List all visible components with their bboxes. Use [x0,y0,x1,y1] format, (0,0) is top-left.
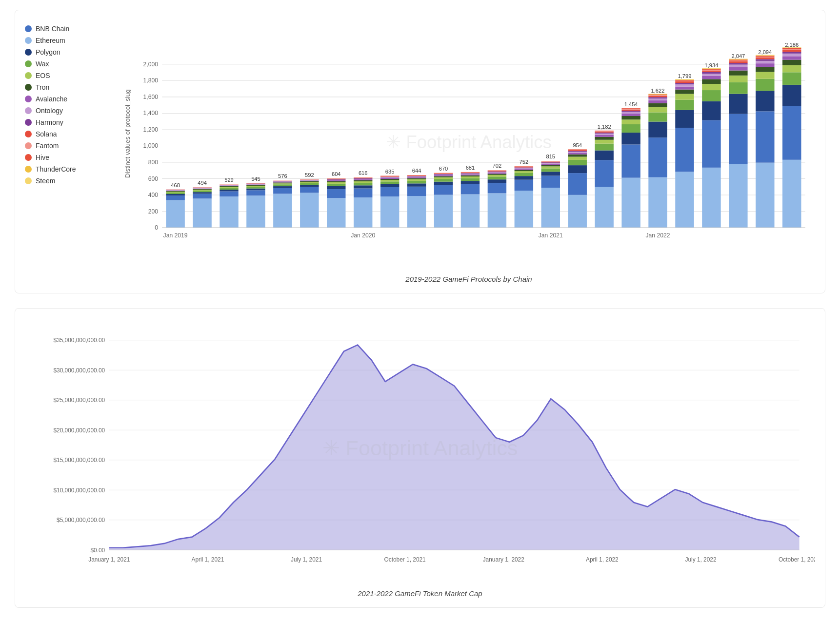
legend-color-dot [25,131,32,137]
svg-rect-277 [675,83,694,84]
svg-rect-130 [380,177,399,177]
svg-rect-91 [300,180,319,180]
svg-rect-145 [407,175,426,176]
svg-rect-198 [515,166,533,167]
legend-color-dot [25,154,32,161]
svg-rect-259 [648,100,667,103]
svg-text:954: 954 [573,142,582,148]
svg-rect-261 [648,97,667,98]
legend-color-dot [25,37,32,44]
svg-rect-326 [756,55,774,56]
svg-rect-302 [729,82,747,94]
svg-rect-236 [595,132,613,133]
svg-rect-241 [621,144,640,177]
svg-rect-174 [488,193,506,228]
svg-rect-73 [273,186,292,188]
svg-rect-256 [648,113,667,122]
svg-rect-310 [729,59,747,60]
area-chart-wrapper: $0.00$5,000,000,000.00$10,000,000,000.00… [25,318,815,583]
svg-rect-294 [702,70,720,71]
svg-rect-249 [621,110,640,111]
svg-rect-99 [327,182,345,184]
legend-item-solana: Solana [25,130,118,138]
svg-rect-149 [434,185,453,194]
svg-text:1,622: 1,622 [651,88,665,94]
svg-rect-208 [541,162,560,163]
svg-rect-163 [461,181,480,184]
svg-rect-221 [568,152,586,153]
svg-rect-50 [220,188,238,190]
svg-rect-335 [782,56,801,59]
svg-text:$10,000,000,000.00: $10,000,000,000.00 [53,487,105,494]
svg-rect-40 [193,189,211,190]
svg-rect-164 [461,178,480,181]
page: BNB ChainEthereumPolygonWaxEOSTronAvalan… [0,0,840,618]
svg-rect-273 [675,94,694,100]
svg-rect-161 [461,194,480,228]
svg-rect-192 [515,170,533,172]
svg-text:1,600: 1,600 [143,94,159,100]
svg-rect-230 [595,144,613,151]
svg-text:644: 644 [412,168,421,174]
svg-rect-42 [193,188,211,189]
svg-rect-272 [675,100,694,110]
svg-rect-127 [380,179,399,180]
svg-rect-52 [220,186,238,187]
legend-color-dot [25,49,32,56]
svg-text:545: 545 [251,176,260,182]
svg-rect-238 [595,131,613,131]
svg-text:616: 616 [359,170,368,176]
svg-text:1,000: 1,000 [143,142,159,149]
svg-rect-168 [461,174,480,174]
svg-text:July 1, 2022: July 1, 2022 [685,556,716,563]
svg-rect-61 [246,189,265,191]
svg-rect-333 [782,65,801,73]
svg-rect-293 [702,71,720,72]
svg-rect-285 [702,120,720,168]
svg-rect-244 [621,119,640,124]
bar-chart-legend: BNB ChainEthereumPolygonWaxEOSTronAvalan… [25,20,122,283]
bar-chart-title: 2019-2022 GameFi Protocols by Chain [405,275,532,283]
legend-item-ontology: Ontology [25,107,118,115]
svg-rect-101 [327,180,345,181]
svg-rect-150 [434,182,453,185]
svg-text:0: 0 [155,224,158,231]
svg-rect-184 [488,171,506,171]
legend-color-dot [25,166,32,173]
svg-text:800: 800 [148,159,159,166]
svg-rect-204 [541,166,560,168]
svg-text:October 1, 2021: October 1, 2021 [384,556,426,563]
svg-rect-87 [300,182,319,183]
svg-rect-47 [220,196,238,228]
svg-rect-148 [434,195,453,228]
svg-rect-139 [407,179,426,181]
svg-text:1,800: 1,800 [143,77,159,84]
svg-rect-133 [380,176,399,176]
chart-container: BNB ChainEthereumPolygonWaxEOSTronAvalan… [15,10,825,608]
svg-rect-264 [648,95,667,95]
svg-rect-225 [568,149,586,150]
svg-rect-65 [246,184,265,185]
svg-text:592: 592 [305,172,314,178]
svg-rect-178 [488,175,506,177]
svg-text:April 1, 2022: April 1, 2022 [586,556,619,563]
svg-rect-232 [595,137,613,140]
svg-text:April 1, 2021: April 1, 2021 [192,556,224,563]
svg-rect-104 [327,179,345,179]
legend-color-dot [25,119,32,126]
svg-text:529: 529 [224,177,234,183]
svg-rect-26 [166,192,184,193]
svg-rect-258 [648,103,667,107]
svg-rect-235 [595,133,613,134]
svg-rect-159 [434,173,453,174]
svg-rect-295 [702,69,720,70]
svg-rect-38 [193,191,211,192]
legend-color-dot [25,25,32,32]
svg-rect-196 [515,167,533,167]
svg-text:$30,000,000,000.00: $30,000,000,000.00 [53,367,105,374]
svg-rect-138 [407,181,426,183]
svg-rect-122 [380,196,399,228]
svg-text:1,200: 1,200 [143,126,159,133]
svg-rect-30 [166,190,184,190]
svg-rect-197 [515,167,533,167]
